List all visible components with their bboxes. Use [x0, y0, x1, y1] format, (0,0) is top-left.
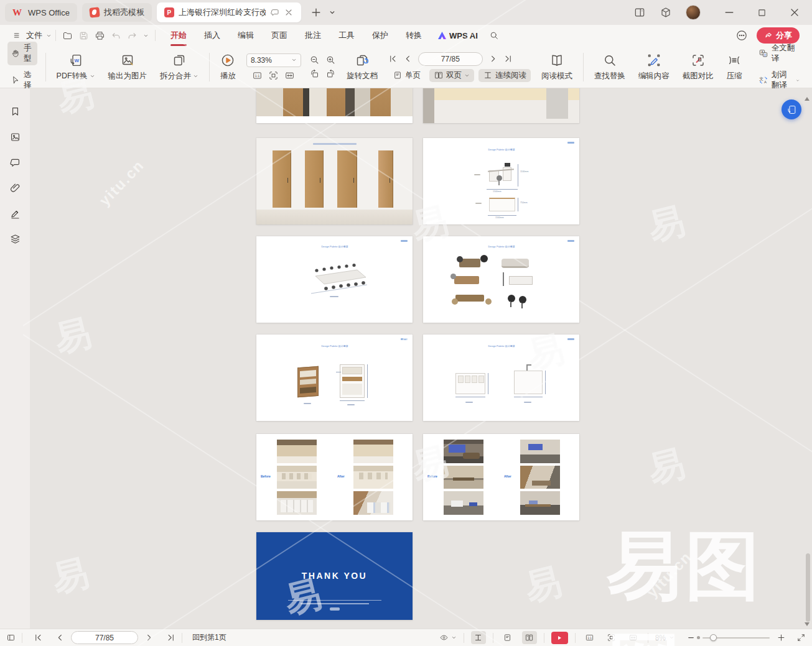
first-page-button[interactable] [388, 54, 398, 63]
tab-docer-templates[interactable]: 找稻壳模板 [82, 3, 152, 22]
menu-tab-edit[interactable]: 编辑 [229, 26, 263, 45]
menu-tab-protect[interactable]: 保护 [363, 26, 397, 45]
zoom-level-select[interactable]: 8% [655, 634, 674, 642]
print-icon[interactable] [95, 30, 105, 41]
double-page-mode-button[interactable] [522, 631, 537, 644]
rotate-document-button[interactable]: 旋转文档 [344, 52, 380, 83]
window-minimize-button[interactable] [723, 6, 735, 19]
open-file-icon[interactable] [62, 30, 73, 41]
quick-access-chevron-icon[interactable] [143, 33, 149, 39]
workspace-cube-icon[interactable] [660, 6, 672, 19]
fit-page-button[interactable] [268, 70, 279, 81]
pdf-page-thumbnail[interactable]: Before After [256, 434, 413, 520]
next-page-button[interactable] [144, 633, 154, 642]
rotate-left-button[interactable] [309, 68, 320, 79]
zoom-in-plus-button[interactable] [777, 633, 786, 642]
scrollbar-down-arrow[interactable] [805, 622, 810, 626]
pdf-page-thumbnail[interactable]: Design Palette 设计概算 [423, 236, 579, 323]
screenshot-compare-button[interactable]: 截图对比 [680, 52, 716, 83]
zoom-in-button[interactable] [325, 55, 336, 65]
zoom-slider[interactable] [702, 637, 770, 639]
tab-comment-icon[interactable] [270, 7, 280, 17]
attachment-panel-icon[interactable] [9, 182, 21, 194]
new-tab-button[interactable] [310, 6, 322, 19]
first-page-button[interactable] [34, 633, 43, 642]
back-to-first-page-button[interactable]: 回到第1页 [192, 632, 226, 643]
save-icon[interactable] [78, 30, 89, 41]
next-page-button[interactable] [488, 54, 498, 63]
play-slideshow-button[interactable] [551, 632, 568, 644]
rotate-right-button[interactable] [325, 68, 336, 79]
view-options-button[interactable] [439, 633, 457, 642]
pdf-page-thumbnail[interactable]: Before After [423, 434, 579, 520]
menu-tab-page[interactable]: 页面 [263, 26, 296, 45]
signature-panel-icon[interactable] [9, 208, 21, 219]
pdf-page-thumbnail[interactable]: Design Palette 设计概算 [256, 335, 413, 421]
zoom-slider-knob[interactable] [710, 634, 717, 641]
pdf-page-thumbnail[interactable] [256, 138, 413, 224]
scrollbar-up-arrow[interactable] [805, 97, 810, 101]
window-maximize-button[interactable] [757, 7, 767, 18]
pdf-page-thumbnail[interactable] [423, 88, 579, 123]
menu-tab-annotate[interactable]: 批注 [296, 26, 330, 45]
find-replace-button[interactable]: 查找替换 [592, 52, 628, 83]
compress-button[interactable]: 压缩 [724, 52, 745, 83]
continuous-reading-button[interactable]: 连续阅读 [478, 69, 531, 82]
layers-panel-icon[interactable] [9, 233, 21, 245]
zoom-out-minus-button[interactable] [686, 633, 696, 642]
single-page-mode-button[interactable] [500, 631, 515, 644]
avatar[interactable] [686, 5, 701, 20]
zoom-select[interactable]: 8.33% [246, 53, 301, 67]
cloud-sync-icon[interactable] [735, 29, 748, 42]
fullscreen-icon[interactable] [796, 633, 806, 642]
menu-tab-wps-ai[interactable]: WPS AI [431, 31, 485, 40]
pdf-page-thumbnail[interactable] [256, 88, 413, 123]
pdf-convert-button[interactable]: PDF转换 [54, 52, 98, 83]
pdf-page-thumbnail[interactable]: THANK YOU [256, 532, 413, 620]
menu-tab-home[interactable]: 开始 [162, 26, 195, 45]
continuous-reading-toggle[interactable] [471, 631, 486, 644]
fit-width-button[interactable] [626, 631, 641, 644]
split-merge-button[interactable]: 拆分合并 [157, 52, 201, 83]
fit-width-button[interactable] [284, 70, 295, 81]
window-close-button[interactable] [788, 6, 801, 19]
last-page-button[interactable] [503, 54, 513, 63]
previous-page-button[interactable] [403, 54, 413, 63]
split-view-icon[interactable] [633, 6, 646, 19]
hand-tool-button[interactable]: 手型 [7, 42, 37, 65]
pdf-page-thumbnail[interactable]: Design Palette 设计概算 1500mm 1100mm 750mm … [423, 138, 579, 224]
page-indicator-input[interactable]: 77/85 [418, 52, 483, 66]
pdf-page-thumbnail[interactable]: Design Palette 设计概算 [423, 335, 579, 421]
toggle-sidebar-icon[interactable] [6, 633, 16, 642]
read-mode-button[interactable]: 阅读模式 [539, 52, 575, 83]
pdf-convert-float-button[interactable] [782, 99, 801, 119]
scrollbar-thumb[interactable] [806, 553, 810, 622]
redo-icon[interactable] [127, 30, 138, 41]
menu-tab-convert[interactable]: 转换 [397, 26, 431, 45]
tab-close-icon[interactable] [284, 7, 294, 17]
actual-size-button[interactable] [252, 70, 263, 81]
tab-document-active[interactable]: P 上海银行深圳红岭支行改造方案 [157, 2, 301, 22]
last-page-button[interactable] [166, 633, 175, 642]
play-slideshow-button[interactable]: 播放 [218, 52, 238, 83]
bookmark-panel-icon[interactable] [9, 106, 21, 118]
page-indicator-input[interactable]: 77/85 [71, 631, 138, 644]
undo-icon[interactable] [111, 30, 121, 41]
export-as-image-button[interactable]: 输出为图片 [106, 52, 150, 83]
comment-panel-icon[interactable] [9, 157, 21, 168]
actual-size-button[interactable] [582, 631, 597, 644]
tab-wps-office[interactable]: W WPS Office [5, 3, 77, 22]
previous-page-button[interactable] [55, 633, 65, 642]
tab-list-chevron-icon[interactable] [329, 9, 336, 16]
menu-search-icon[interactable] [489, 30, 499, 40]
edit-content-button[interactable]: 编辑内容 [636, 52, 672, 83]
double-page-mode-button[interactable]: 双页 [429, 69, 474, 82]
thumbnail-panel-icon[interactable] [9, 131, 21, 143]
full-text-translate-button[interactable]: 全文翻译 [755, 42, 805, 65]
zoom-out-button[interactable] [309, 55, 320, 65]
fit-page-button[interactable] [604, 631, 619, 644]
menu-tab-tools[interactable]: 工具 [330, 26, 363, 45]
pdf-page-thumbnail[interactable]: Design Palette 设计概算 [256, 236, 413, 323]
menu-tab-insert[interactable]: 插入 [195, 26, 229, 45]
single-page-mode-button[interactable]: 单页 [388, 69, 425, 82]
